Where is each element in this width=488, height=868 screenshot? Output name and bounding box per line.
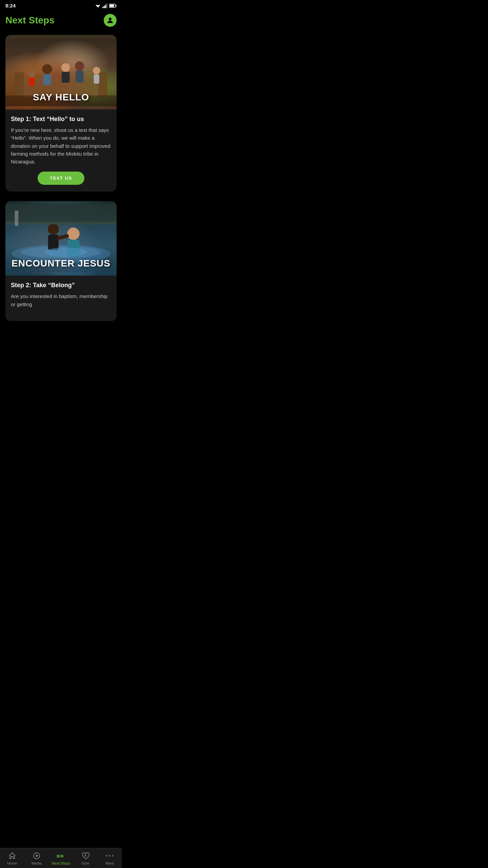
svg-rect-23 (76, 71, 84, 82)
card-body-encounter: Step 2: Take “Belong” Are you interested… (5, 276, 117, 321)
svg-point-22 (75, 61, 84, 71)
card-step-title-1: Step 1: Text “Hello” to us (11, 116, 111, 123)
status-time: 8:24 (5, 3, 16, 8)
card-description-1: If you’re new here, shoot us a text that… (11, 126, 111, 165)
svg-rect-4 (102, 7, 103, 8)
card-body-say-hello: Step 1: Text “Hello” to us If you’re new… (5, 110, 117, 192)
text-us-button[interactable]: TEXT US (38, 172, 84, 185)
card-image-label-2: ENCOUNTER JESUS (5, 258, 117, 269)
header: Next Steps (0, 10, 122, 32)
profile-icon (106, 16, 114, 24)
svg-rect-33 (48, 235, 59, 250)
svg-rect-25 (94, 74, 99, 83)
status-icons (95, 3, 117, 8)
svg-rect-7 (106, 3, 107, 8)
battery-icon (109, 4, 117, 8)
svg-rect-17 (29, 77, 34, 86)
svg-point-18 (42, 64, 52, 74)
svg-point-32 (48, 224, 59, 235)
svg-point-3 (98, 7, 98, 8)
wifi-icon (95, 3, 101, 8)
signal-icon (102, 3, 108, 8)
svg-rect-10 (110, 4, 114, 7)
status-bar: 8:24 (0, 0, 122, 10)
card-image-label-1: SAY HELLO (5, 92, 117, 103)
profile-button[interactable] (104, 14, 117, 27)
svg-rect-6 (105, 5, 106, 8)
svg-rect-38 (15, 211, 18, 226)
page-title: Next Steps (5, 15, 55, 26)
svg-rect-21 (62, 72, 70, 83)
scroll-content: SAY HELLO Step 1: Text “Hello” to us If … (0, 32, 122, 364)
card-image-encounter: ENCOUNTER JESUS (5, 201, 117, 276)
card-encounter: ENCOUNTER JESUS Step 2: Take “Belong” Ar… (5, 201, 117, 321)
card-description-2: Are you interested in baptism, membershi… (11, 292, 111, 308)
card-image-say-hello: SAY HELLO (5, 35, 117, 110)
svg-point-30 (67, 228, 79, 240)
svg-point-35 (44, 248, 87, 257)
svg-rect-37 (5, 221, 117, 224)
svg-point-11 (109, 18, 111, 20)
card-step-title-2: Step 2: Take “Belong” (11, 282, 111, 289)
svg-rect-5 (104, 6, 105, 8)
svg-point-16 (28, 70, 36, 78)
svg-point-20 (61, 63, 70, 72)
svg-point-24 (93, 67, 100, 75)
card-say-hello: SAY HELLO Step 1: Text “Hello” to us If … (5, 35, 117, 192)
svg-rect-36 (5, 204, 117, 223)
svg-rect-9 (116, 5, 117, 6)
svg-rect-19 (43, 74, 51, 85)
